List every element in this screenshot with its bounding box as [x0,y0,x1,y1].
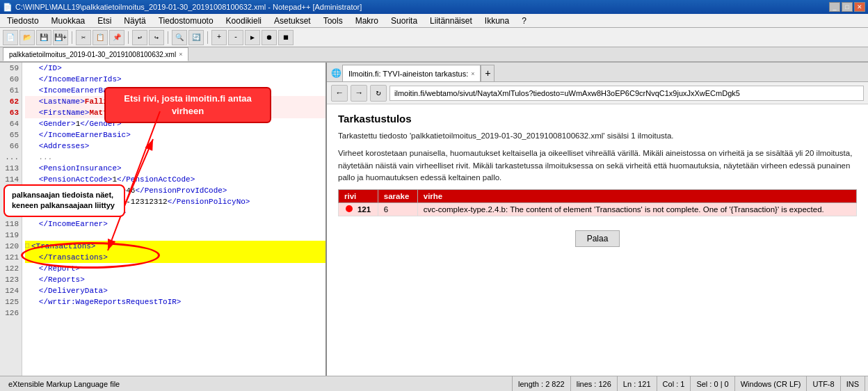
status-encoding: UTF-8 [807,376,840,391]
browser-tab-title: Ilmoitin.fi: TYVI-aineiston tarkastus: [348,70,468,78]
error-table: rivi sarake virhe 121 6 cvc-complex-type… [338,189,857,216]
code-line-119 [25,230,326,241]
code-line-113: <PensionInsurance> [25,163,326,174]
menu-help[interactable]: ? [517,15,531,27]
code-line-118: </IncomeEarner> [25,218,326,230]
editor-tab-filename: palkkatietoilmoitus_2019-01-30_201910081… [9,51,176,58]
browser-refresh[interactable]: ↻ [370,85,387,102]
toolbar-find[interactable]: 🔍 [172,30,187,45]
code-line-114: <PensionActCode>1</PensionActCode> [25,174,326,185]
tarkastustulos-desc1: Tarkastettu tiedosto 'palkkatietoilmoitu… [338,130,857,142]
menu-koodikieli[interactable]: Koodikieli [222,15,266,27]
status-lineending: Windows (CR LF) [735,376,807,391]
palaa-button[interactable]: Palaa [575,230,620,247]
menu-tiedosto[interactable]: Tiedosto [3,15,43,27]
code-line-59: </ID> [25,63,326,74]
toolbar-zoomin[interactable]: + [211,30,227,45]
browser-new-tab[interactable]: + [481,65,495,81]
toolbar-save[interactable]: 💾 [36,30,51,45]
window-controls[interactable]: _ □ ✕ [829,2,865,12]
browser-toolbar: ← → ↻ [327,82,868,104]
code-line-122: </Report> [25,263,326,274]
code-line-121: </Transactions> [25,252,326,263]
menu-etsi[interactable]: Etsi [93,15,115,27]
error-sarake: 6 [378,203,417,216]
editor-tab[interactable]: palkkatietoilmoitus_2019-01-30_201910081… [3,47,188,61]
table-row: 121 6 cvc-complex-type.2.4.b: The conten… [339,203,857,216]
menu-makro[interactable]: Makro [351,15,383,27]
code-line-61: <IncomeEarnerBasic> [25,85,326,96]
error-dot-icon [346,205,353,212]
toolbar: 📄 📂 💾 💾+ ✂ 📋 📌 ↩ ↪ 🔍 🔄 + - ▶ ⏺ ⏹ [0,28,868,47]
toolbar-replace[interactable]: 🔄 [188,30,204,45]
browser-back[interactable]: ← [331,85,348,102]
menu-muokkaa[interactable]: Muokkaa [47,15,90,27]
title-text: C:\WINPL\MALL19\palkkatietoilmoitus_2019… [15,3,362,11]
app-icon: 📄 [3,3,13,12]
status-col: Col : 1 [657,376,691,391]
browser-forward[interactable]: → [351,85,367,102]
code-line-120: □ <Transactions> [25,241,326,252]
toolbar-sep3 [168,31,168,44]
menu-tiedostomuoto[interactable]: Tiedostomuoto [154,15,218,27]
col-rivi: rivi [339,190,378,203]
status-filetype: eXtensible Markup Language file [3,376,513,391]
code-line-dots: ... [25,152,326,163]
editor-panel[interactable]: 59 60 61 62 63 64 65 66 ... 113 114 115 … [0,63,327,376]
editor-tab-close[interactable]: × [179,51,182,58]
toolbar-zoomout[interactable]: - [228,30,243,45]
title-bar: 📄 C:\WINPL\MALL19\palkkatietoilmoitus_20… [0,0,868,14]
toolbar-cut[interactable]: ✂ [76,30,91,45]
menu-ikkuna[interactable]: Ikkuna [481,15,513,27]
status-bar: eXtensible Markup Language file length :… [0,376,868,391]
code-line-115: <PensionProvIdCode>46</PensionProvIdCode… [25,185,326,196]
browser-panel: 🌐 Ilmoitin.fi: TYVI-aineiston tarkastus:… [327,63,868,376]
code-line-116: <PensionPolicyNo>16-12312312</PensionPol… [25,196,326,207]
code-lines: </ID> </IncomeEarnerIds> <IncomeEarnerBa… [22,63,326,376]
toolbar-new[interactable]: 📄 [3,30,18,45]
error-virhe: cvc-complex-type.2.4.b: The content of e… [417,203,856,216]
maximize-button[interactable]: □ [842,2,853,12]
main-content: 59 60 61 62 63 64 65 66 ... 113 114 115 … [0,63,868,376]
browser-content: Tarkastustulos Tarkastettu tiedosto 'pal… [327,104,868,376]
browser-tab-close[interactable]: × [471,70,474,77]
toolbar-macro2[interactable]: ⏺ [262,30,277,45]
close-button[interactable]: ✕ [854,2,865,12]
menu-nayta[interactable]: Näytä [120,15,150,27]
code-line-63: <FirstName>Matti</FirstName> [25,107,326,118]
code-line-66: <Addresses> [25,141,326,152]
toolbar-open[interactable]: 📂 [19,30,35,45]
toolbar-macro1[interactable]: ▶ [245,30,260,45]
col-sarake: sarake [378,190,417,203]
toolbar-sep2 [128,31,129,44]
tarkastustulos-desc2: Virheet korostetaan punaisella, huomautu… [338,147,857,184]
toolbar-macro3[interactable]: ⏹ [278,30,294,45]
status-length: length : 2 822 [513,376,571,391]
menu-liitannaiset[interactable]: Liitännäiset [426,15,476,27]
browser-tab-active[interactable]: Ilmoitin.fi: TYVI-aineiston tarkastus: × [342,65,481,81]
status-ln: Ln : 121 [618,376,657,391]
status-sel: Sel : 0 | 0 [691,376,734,391]
toolbar-saveall[interactable]: 💾+ [53,30,68,45]
browser-tab-bar: 🌐 Ilmoitin.fi: TYVI-aineiston tarkastus:… [327,63,868,82]
toolbar-paste[interactable]: 📌 [109,30,124,45]
minimize-button[interactable]: _ [829,2,840,12]
code-line-64: <Gender>1</Gender> [25,118,326,129]
browser-address-bar[interactable] [389,86,864,101]
toolbar-copy[interactable]: 📋 [93,30,108,45]
status-ins: INS [841,376,865,391]
menu-asetukset[interactable]: Asetukset [270,15,315,27]
menu-bar: Tiedosto Muokkaa Etsi Näytä Tiedostomuot… [0,14,868,28]
col-virhe: virhe [417,190,856,203]
toolbar-redo[interactable]: ↪ [149,30,164,45]
menu-suorita[interactable]: Suorita [387,15,421,27]
code-line-124: </DeliveryData> [25,285,326,296]
code-line-62: <LastName>Falli</LastName> [25,96,326,107]
menu-tools[interactable]: Tools [319,15,347,27]
code-line-65: </IncomeEarnerBasic> [25,129,326,141]
toolbar-sep1 [72,31,72,44]
code-line-125: </wrtir:WageReportsRequestToIR> [25,296,326,308]
error-rivi: 121 [339,203,378,216]
editor-tab-bar: palkkatietoilmoitus_2019-01-30_201910081… [0,47,868,63]
toolbar-undo[interactable]: ↩ [132,30,147,45]
